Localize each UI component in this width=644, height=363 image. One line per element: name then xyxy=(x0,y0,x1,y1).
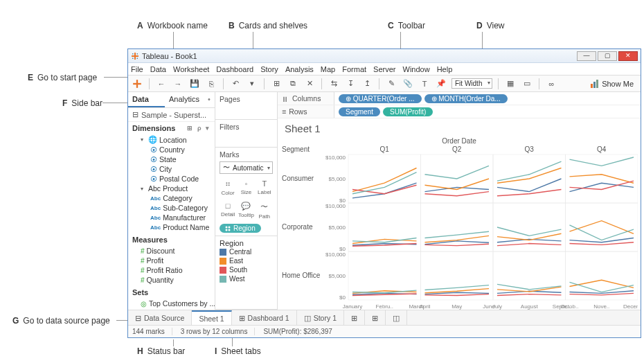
app-window: Tableau - Book1 — ▢ ✕ FileDataWorksheetD… xyxy=(127,48,641,338)
svg-text:Decem..: Decem.. xyxy=(623,303,638,310)
column-pill[interactable]: ⊕ MONTH(Order Da... xyxy=(424,94,508,103)
svg-rect-27 xyxy=(566,154,638,203)
new-worksheet-icon[interactable]: ⊞ xyxy=(270,78,283,90)
sidebar-pin-icon[interactable]: • xyxy=(204,92,215,107)
view-cards-icon[interactable]: ▦ xyxy=(504,78,517,90)
start-page-icon[interactable] xyxy=(131,78,143,90)
duplicate-icon[interactable]: ⧉ xyxy=(287,78,299,90)
dimensions-tools-icon[interactable]: ⊞ ρ ▾ xyxy=(187,125,211,132)
dim-field[interactable]: ⦿City xyxy=(131,164,215,174)
field-item[interactable]: #Profit Ratio xyxy=(131,265,215,275)
pages-card[interactable]: Pages xyxy=(215,92,277,120)
labels-icon[interactable]: T xyxy=(418,78,431,90)
clear-icon[interactable]: ✕ xyxy=(303,78,316,90)
dim-group[interactable]: ▾AbcProduct xyxy=(131,184,215,193)
redo-dropdown-icon[interactable]: ▾ xyxy=(246,78,258,90)
svg-text:Corporate: Corporate xyxy=(282,223,313,231)
marks-prop-size[interactable]: ◦Size xyxy=(238,177,254,197)
marks-type-selector[interactable]: 〜Automatic xyxy=(220,161,273,174)
sheet1-tab[interactable]: Sheet 1 xyxy=(192,310,231,325)
close-button[interactable]: ✕ xyxy=(618,51,638,61)
new-sheet-button[interactable]: ⊞ xyxy=(344,310,365,325)
menu-server[interactable]: Server xyxy=(373,65,395,73)
menu-worksheet[interactable]: Worksheet xyxy=(173,65,209,73)
menu-map[interactable]: Map xyxy=(321,65,335,73)
tab-analytics[interactable]: Analytics xyxy=(165,92,204,107)
new-datasource-icon[interactable]: ⎘ xyxy=(205,78,217,90)
back-icon[interactable]: ← xyxy=(155,78,168,90)
story-tab[interactable]: ◫Story 1 xyxy=(297,310,344,325)
field-item[interactable]: #Discount xyxy=(131,246,215,256)
highlight-icon[interactable]: ✎ xyxy=(385,78,397,90)
undo-icon[interactable]: ↶ xyxy=(229,78,242,90)
marks-prop-label[interactable]: TLabel xyxy=(256,177,273,197)
dim-field[interactable]: AbcSub-Category xyxy=(131,203,215,213)
share-icon[interactable]: ∞ xyxy=(545,78,557,90)
menu-format[interactable]: Format xyxy=(342,65,366,73)
field-item[interactable]: #Profit xyxy=(131,256,215,265)
marks-prop-tooltip[interactable]: 💬Tooltip xyxy=(238,199,254,221)
annot-g: Go to data source page xyxy=(23,316,109,326)
forward-icon[interactable]: → xyxy=(172,78,184,90)
svg-text:August: August xyxy=(521,303,539,310)
status-agg: SUM(Profit): $286,397 xyxy=(263,328,332,335)
pin-icon[interactable]: 📌 xyxy=(435,78,447,90)
column-pill[interactable]: ⊕ QUARTER(Order ... xyxy=(339,94,422,103)
menu-analysis[interactable]: Analysis xyxy=(285,65,314,73)
minimize-button[interactable]: — xyxy=(577,51,596,61)
statusbar: 144 marks 3 rows by 12 columns SUM(Profi… xyxy=(128,325,641,337)
dim-field[interactable]: AbcCategory xyxy=(131,193,215,203)
group-icon[interactable]: 📎 xyxy=(402,78,414,90)
menu-file[interactable]: File xyxy=(131,65,143,73)
columns-shelf[interactable]: ⫼Columns ⊕ QUARTER(Order ...⊕ MONTH(Orde… xyxy=(278,92,641,105)
columns-icon: ⫼ xyxy=(282,94,289,103)
rows-shelf[interactable]: ≡Rows SegmentSUM(Profit) xyxy=(278,105,641,118)
row-pill[interactable]: SUM(Profit) xyxy=(383,107,433,116)
cards-panel: Pages Filters Marks 〜Automatic ⠶Color◦Si… xyxy=(215,92,278,310)
svg-text:$10,000: $10,000 xyxy=(325,203,346,209)
svg-text:$5,000: $5,000 xyxy=(329,224,346,231)
color-pill-region[interactable]: Region xyxy=(220,224,261,233)
datasource-row[interactable]: ⊟ Sample - Superst... xyxy=(128,108,215,122)
menu-help[interactable]: Help xyxy=(437,65,453,73)
maximize-button[interactable]: ▢ xyxy=(598,51,617,61)
svg-rect-10 xyxy=(596,80,598,88)
marks-prop-path[interactable]: 〜Path xyxy=(256,199,273,221)
menu-story[interactable]: Story xyxy=(260,65,278,73)
legend-item[interactable]: South xyxy=(220,265,273,274)
sort-desc-icon[interactable]: ↥ xyxy=(361,78,373,90)
menu-data[interactable]: Data xyxy=(150,65,166,73)
legend-item[interactable]: East xyxy=(220,256,273,265)
svg-text:Febru..: Febru.. xyxy=(376,303,393,310)
swap-icon[interactable]: ⇆ xyxy=(328,78,340,90)
new-story-button[interactable]: ◫ xyxy=(386,310,407,325)
dim-field[interactable]: ⦿State xyxy=(131,154,215,164)
marks-prop-color[interactable]: ⠶Color xyxy=(220,177,236,197)
row-pill[interactable]: Segment xyxy=(339,107,380,116)
sheet-title[interactable]: Sheet 1 xyxy=(278,118,641,136)
dashboard-tab[interactable]: ⊞Dashboard 1 xyxy=(232,310,297,325)
legend-item[interactable]: Central xyxy=(220,247,273,256)
dim-field[interactable]: AbcProduct Name xyxy=(131,222,215,232)
tab-data[interactable]: Data xyxy=(128,92,165,107)
dim-field[interactable]: ⦿Country xyxy=(131,145,215,154)
fit-selector[interactable]: Fit Width xyxy=(451,78,492,89)
presentation-icon[interactable]: ▭ xyxy=(521,78,533,90)
filters-card[interactable]: Filters xyxy=(215,120,277,148)
datasource-tab[interactable]: ⊟Data Source xyxy=(128,310,192,325)
field-item[interactable]: #Quantity xyxy=(131,275,215,285)
legend-item[interactable]: West xyxy=(220,274,273,283)
menu-window[interactable]: Window xyxy=(403,65,430,73)
menu-dashboard[interactable]: Dashboard xyxy=(216,65,253,73)
svg-rect-5 xyxy=(137,57,138,59)
dim-group[interactable]: ▾🌐Location xyxy=(131,134,215,145)
save-icon[interactable]: 💾 xyxy=(188,78,201,90)
show-me-button[interactable]: Show Me xyxy=(587,78,638,89)
field-item[interactable]: ◎Top Customers by ... xyxy=(131,299,215,308)
svg-text:January: January xyxy=(343,303,362,310)
dim-field[interactable]: ⦿Postal Code xyxy=(131,174,215,184)
marks-prop-detail[interactable]: □Detail xyxy=(220,199,236,221)
new-dashboard-button[interactable]: ⊞ xyxy=(365,310,386,325)
dim-field[interactable]: AbcManufacturer xyxy=(131,213,215,222)
sort-asc-icon[interactable]: ↧ xyxy=(344,78,357,90)
